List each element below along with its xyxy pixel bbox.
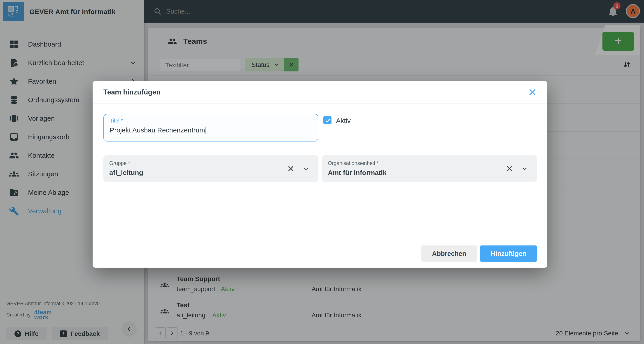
chevron-down-icon[interactable] — [302, 165, 309, 172]
clear-org-icon[interactable] — [505, 165, 514, 173]
add-team-dialog: Team hinzufügen Titel * Projekt Ausbau R… — [92, 81, 547, 268]
cancel-button[interactable]: Abbrechen — [421, 245, 477, 262]
organisationseinheit-select[interactable]: Organisationseinheit * Amt für Informati… — [322, 155, 537, 182]
aktiv-label: Aktiv — [336, 117, 351, 124]
titel-field[interactable]: Titel * Projekt Ausbau Rechenzentrum — [104, 114, 318, 142]
titel-value: Projekt Ausbau Rechenzentrum — [110, 126, 206, 134]
submit-button[interactable]: Hinzufügen — [480, 245, 537, 262]
application-window: Suche... 5 A GEVER Amt für Informatik — [0, 0, 644, 344]
gruppe-select[interactable]: Gruppe * afi_leitung — [104, 155, 318, 182]
checkmark-icon — [324, 117, 330, 123]
dialog-title: Team hinzufügen — [104, 88, 160, 96]
aktiv-checkbox[interactable] — [323, 116, 332, 124]
titel-label: Titel * — [110, 118, 123, 123]
clear-gruppe-icon[interactable] — [287, 165, 295, 173]
dialog-header: Team hinzufügen — [92, 81, 547, 104]
dialog-footer: Abbrechen Hinzufügen — [92, 242, 547, 268]
close-icon[interactable] — [528, 87, 538, 97]
text-caret — [206, 127, 206, 134]
chevron-down-icon[interactable] — [521, 165, 528, 172]
